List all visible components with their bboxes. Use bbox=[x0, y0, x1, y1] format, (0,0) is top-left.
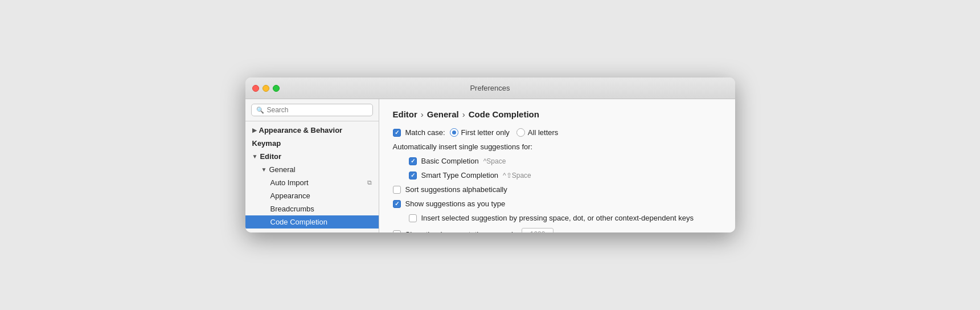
titlebar: Preferences bbox=[245, 78, 735, 99]
search-input[interactable] bbox=[267, 106, 368, 114]
search-bar: 🔍 bbox=[245, 99, 379, 121]
preferences-window: Preferences 🔍 ▶ Appearance & Behavior Ke bbox=[245, 78, 735, 232]
match-case-label: Match case: bbox=[405, 128, 445, 137]
sort-alpha-checkbox[interactable] bbox=[393, 186, 401, 194]
insert-selected-row: Insert selected suggestion by pressing s… bbox=[393, 214, 721, 222]
arrow-icon: ▼ bbox=[261, 166, 267, 173]
sidebar-item-code-completion[interactable]: Code Completion bbox=[245, 215, 379, 229]
sidebar-item-keymap[interactable]: Keymap bbox=[245, 137, 379, 150]
window-title: Preferences bbox=[470, 84, 510, 92]
smart-type-checkbox[interactable] bbox=[409, 172, 417, 180]
minimize-button[interactable] bbox=[263, 85, 269, 92]
sidebar-item-editor[interactable]: ▼ Editor bbox=[245, 150, 379, 163]
sort-alpha-label: Sort suggestions alphabetically bbox=[405, 185, 507, 194]
breadcrumb: Editor › General › Code Completion bbox=[393, 109, 721, 119]
smart-type-label: Smart Type Completion bbox=[421, 171, 499, 180]
basic-completion-label: Basic Completion bbox=[421, 157, 479, 165]
sidebar: 🔍 ▶ Appearance & Behavior Keymap ▼ Edit bbox=[245, 99, 379, 232]
basic-completion-row: Basic Completion ^Space bbox=[393, 157, 721, 165]
copy-icon: ⧉ bbox=[367, 179, 372, 186]
auto-insert-label-row: Automatically insert single suggestions … bbox=[393, 142, 721, 151]
search-wrapper[interactable]: 🔍 bbox=[251, 104, 373, 116]
match-case-checkbox[interactable] bbox=[393, 129, 401, 137]
basic-completion-checkbox[interactable] bbox=[409, 157, 417, 165]
maximize-button[interactable] bbox=[273, 85, 280, 92]
nav-list: ▶ Appearance & Behavior Keymap ▼ Editor … bbox=[245, 121, 379, 232]
sidebar-item-general[interactable]: ▼ General bbox=[245, 163, 379, 176]
close-button[interactable] bbox=[252, 85, 259, 92]
sidebar-item-appearance-behavior[interactable]: ▶ Appearance & Behavior bbox=[245, 124, 379, 137]
arrow-icon: ▼ bbox=[252, 153, 258, 160]
sort-alpha-row: Sort suggestions alphabetically bbox=[393, 185, 721, 194]
sidebar-item-label: Appearance bbox=[270, 191, 310, 200]
radio-first-letter[interactable]: First letter only bbox=[450, 128, 510, 137]
breadcrumb-sep-1: › bbox=[421, 109, 424, 119]
smart-type-shortcut: ^⇧Space bbox=[503, 172, 531, 180]
arrow-icon: ▶ bbox=[252, 127, 257, 133]
traffic-lights bbox=[252, 85, 280, 92]
sidebar-item-auto-import[interactable]: Auto Import ⧉ bbox=[245, 176, 379, 189]
content: 🔍 ▶ Appearance & Behavior Keymap ▼ Edit bbox=[245, 99, 735, 232]
breadcrumb-part-2: General bbox=[427, 109, 459, 119]
show-doc-checkbox[interactable] bbox=[393, 230, 401, 232]
show-as-type-label: Show suggestions as you type bbox=[405, 199, 506, 208]
breadcrumb-part-3: Code Completion bbox=[469, 109, 539, 119]
show-doc-unit: ms bbox=[558, 230, 568, 233]
radio-group: First letter only All letters bbox=[450, 128, 559, 137]
breadcrumb-sep-2: › bbox=[462, 109, 465, 119]
radio-all-letters-label: All letters bbox=[528, 128, 558, 137]
sidebar-item-label: Appearance & Behavior bbox=[259, 126, 343, 134]
basic-completion-shortcut: ^Space bbox=[483, 157, 506, 165]
sidebar-item-label: General bbox=[269, 165, 295, 174]
show-doc-row: Show the documentation popup in ms bbox=[393, 228, 721, 232]
sidebar-item-label: Editor bbox=[260, 152, 281, 161]
show-as-type-row: Show suggestions as you type bbox=[393, 199, 721, 208]
show-doc-input[interactable] bbox=[522, 228, 553, 232]
radio-first-letter-button[interactable] bbox=[450, 128, 458, 137]
show-doc-label: Show the documentation popup in bbox=[405, 230, 518, 233]
main-panel: Editor › General › Code Completion Match… bbox=[379, 99, 735, 232]
smart-type-row: Smart Type Completion ^⇧Space bbox=[393, 171, 721, 180]
sidebar-item-label: Keymap bbox=[252, 139, 281, 148]
match-case-row: Match case: First letter only All letter… bbox=[393, 128, 721, 137]
auto-insert-label: Automatically insert single suggestions … bbox=[393, 142, 533, 151]
sidebar-item-appearance[interactable]: Appearance bbox=[245, 189, 379, 202]
search-icon: 🔍 bbox=[256, 107, 264, 114]
insert-selected-label: Insert selected suggestion by pressing s… bbox=[421, 214, 694, 222]
show-as-type-checkbox[interactable] bbox=[393, 200, 401, 208]
sidebar-item-label: Code Completion bbox=[270, 218, 327, 226]
radio-all-letters[interactable]: All letters bbox=[516, 128, 558, 137]
sidebar-item-breadcrumbs[interactable]: Breadcrumbs bbox=[245, 202, 379, 215]
radio-all-letters-button[interactable] bbox=[516, 128, 525, 137]
sidebar-item-label: Auto Import bbox=[270, 178, 309, 187]
radio-first-letter-label: First letter only bbox=[461, 128, 510, 137]
breadcrumb-part-1: Editor bbox=[393, 109, 417, 119]
settings-section: Match case: First letter only All letter… bbox=[393, 128, 721, 232]
insert-selected-checkbox[interactable] bbox=[409, 214, 417, 222]
sidebar-item-label: Breadcrumbs bbox=[270, 205, 314, 213]
